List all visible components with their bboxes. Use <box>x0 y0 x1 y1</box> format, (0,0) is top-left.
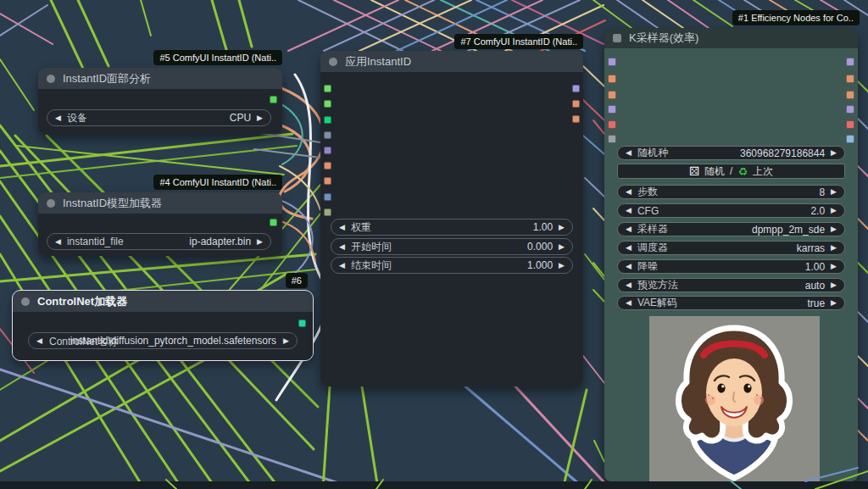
node-apply-instantid[interactable]: #7 ComfyUI InstantID (Nati.. 应用InstantID… <box>320 51 583 386</box>
arrow-right-icon[interactable]: ▶ <box>831 244 837 252</box>
input-port-negative[interactable] <box>608 91 616 99</box>
node-controlnet-loader[interactable]: #6 ControlNet加载器 ◀ ControlNet名称 instanti… <box>13 291 313 360</box>
widget-scheduler[interactable]: ◀ 调度器 karras ▶ <box>617 241 845 255</box>
input-port-4[interactable] <box>324 147 331 154</box>
arrow-right-icon[interactable]: ▶ <box>831 281 837 289</box>
node-header[interactable]: 应用InstantID <box>320 51 583 72</box>
output-port-2[interactable] <box>572 115 580 123</box>
output-port-instantid[interactable] <box>270 219 277 226</box>
collapse-dot-icon[interactable] <box>21 297 30 306</box>
input-port-7[interactable] <box>324 193 331 201</box>
output-port-faceanalysis[interactable] <box>270 96 277 103</box>
arrow-right-icon[interactable]: ▶ <box>559 224 565 231</box>
node-instantid-model-loader[interactable]: #4 ComfyUI InstantID (Nati.. InstnatID模型… <box>38 192 282 256</box>
widget-value: 0.000 <box>527 241 553 253</box>
arrow-left-icon[interactable]: ◀ <box>626 281 632 289</box>
arrow-right-icon[interactable]: ▶ <box>257 238 263 246</box>
input-port-3[interactable] <box>324 131 331 139</box>
arrow-right-icon[interactable]: ▶ <box>559 262 565 270</box>
arrow-left-icon[interactable]: ◀ <box>339 262 345 270</box>
input-port-model[interactable] <box>608 58 616 66</box>
collapse-dot-icon[interactable] <box>329 58 337 66</box>
arrow-left-icon[interactable]: ◀ <box>626 149 632 157</box>
node-title: InstnatID模型加载器 <box>63 196 162 211</box>
output-port-model[interactable] <box>846 58 854 66</box>
widget-denoise[interactable]: ◀ 降噪 1.00 ▶ <box>617 259 845 274</box>
input-port-6[interactable] <box>324 177 331 185</box>
output-port-negative[interactable] <box>846 91 854 99</box>
widget-instantid-file[interactable]: ◀ instantid_file ip-adapter.bin ▶ <box>47 233 271 250</box>
seed-mode-button[interactable]: ⚄ 随机 / ♻ 上次 <box>617 164 845 179</box>
input-port-positive[interactable] <box>608 75 616 83</box>
output-port-0[interactable] <box>572 85 580 92</box>
widget-device[interactable]: ◀ 设备 CPU ▶ <box>47 109 271 126</box>
widget-end-at[interactable]: ◀ 结束时间 1.000 ▶ <box>331 257 573 274</box>
widget-weight[interactable]: ◀ 权重 1.00 ▶ <box>331 219 573 236</box>
arrow-right-icon[interactable]: ▶ <box>831 149 837 157</box>
widget-value: dpmpp_2m_sde <box>752 224 825 236</box>
output-port-latent[interactable] <box>846 105 854 114</box>
arrow-left-icon[interactable]: ◀ <box>626 244 632 252</box>
node-body: ◀ 设备 CPU ▶ <box>38 89 282 134</box>
input-port-2[interactable] <box>324 116 331 124</box>
collapse-dot-icon[interactable] <box>47 199 55 208</box>
widget-vae-decode[interactable]: ◀ VAE解码 true ▶ <box>617 296 845 310</box>
widget-preview-method[interactable]: ◀ 预览方法 auto ▶ <box>617 278 845 292</box>
input-port-8[interactable] <box>324 208 331 216</box>
arrow-left-icon[interactable]: ◀ <box>626 225 632 233</box>
dice-icon[interactable]: ⚄ <box>689 165 699 177</box>
output-port-positive[interactable] <box>846 75 854 83</box>
collapse-dot-icon[interactable] <box>47 75 55 83</box>
widget-controlnet-name[interactable]: ◀ ControlNet名称 instantid\diffusion_pytor… <box>28 332 298 349</box>
input-port-1[interactable] <box>324 100 331 108</box>
widget-seed[interactable]: ◀ 随机种 360968279186844 ▶ <box>617 146 845 160</box>
output-port-image[interactable] <box>846 135 854 143</box>
output-port-controlnet[interactable] <box>298 320 306 327</box>
arrow-left-icon[interactable]: ◀ <box>339 243 345 251</box>
arrow-left-icon[interactable]: ◀ <box>626 188 632 196</box>
node-header[interactable]: K采样器(效率) <box>604 28 858 48</box>
output-port-1[interactable] <box>572 100 580 108</box>
node-instantid-face-analyzer[interactable]: #5 ComfyUI InstantID (Nati.. InstantID面部… <box>38 68 282 134</box>
output-port-vae[interactable] <box>846 120 854 129</box>
arrow-right-icon[interactable]: ▶ <box>257 114 263 122</box>
arrow-right-icon[interactable]: ▶ <box>831 188 837 196</box>
widget-start-at[interactable]: ◀ 开始时间 0.000 ▶ <box>331 238 573 255</box>
widget-value: ip-adapter.bin <box>189 236 251 247</box>
arrow-right-icon[interactable]: ▶ <box>283 337 289 345</box>
node-header[interactable]: ControlNet加载器 <box>13 291 313 312</box>
input-port-latent[interactable] <box>608 105 616 114</box>
node-body: ◀ 权重 1.00 ▶ ◀ 开始时间 0.000 ▶ ◀ 结束时间 1.000 … <box>320 72 583 386</box>
arrow-left-icon[interactable]: ◀ <box>626 207 632 214</box>
arrow-left-icon[interactable]: ◀ <box>339 224 345 231</box>
widget-cfg[interactable]: ◀ CFG 2.0 ▶ <box>617 203 845 218</box>
arrow-left-icon[interactable]: ◀ <box>626 299 632 307</box>
arrow-right-icon[interactable]: ▶ <box>831 299 837 307</box>
widget-steps[interactable]: ◀ 步数 8 ▶ <box>617 185 845 199</box>
arrow-right-icon[interactable]: ▶ <box>559 243 565 251</box>
recycle-icon[interactable]: ♻ <box>737 166 748 177</box>
input-port-script[interactable] <box>608 135 616 143</box>
last-label[interactable]: 上次 <box>753 164 773 179</box>
collapse-square-icon[interactable] <box>613 34 621 42</box>
arrow-right-icon[interactable]: ▶ <box>831 225 837 233</box>
node-ksampler-efficient[interactable]: #1 Efficiency Nodes for Co.. K采样器(效率) ◀ … <box>604 28 858 481</box>
node-canvas[interactable]: #5 ComfyUI InstantID (Nati.. InstantID面部… <box>0 0 868 489</box>
input-port-5[interactable] <box>324 162 331 169</box>
arrow-left-icon[interactable]: ◀ <box>55 114 61 122</box>
node-badge: #4 ComfyUI InstantID (Nati.. <box>153 175 282 190</box>
arrow-right-icon[interactable]: ▶ <box>831 207 837 214</box>
arrow-right-icon[interactable]: ▶ <box>831 263 837 270</box>
node-header[interactable]: InstnatID模型加载器 <box>38 192 282 214</box>
node-body: ◀ ControlNet名称 instantid\diffusion_pytor… <box>13 312 313 360</box>
random-label[interactable]: 随机 <box>704 164 725 179</box>
widget-sampler[interactable]: ◀ 采样器 dpmpp_2m_sde ▶ <box>617 222 845 236</box>
input-port-vae[interactable] <box>608 120 616 129</box>
arrow-left-icon[interactable]: ◀ <box>36 337 42 345</box>
input-port-0[interactable] <box>324 85 331 92</box>
widget-value: 1.00 <box>533 221 553 233</box>
arrow-left-icon[interactable]: ◀ <box>55 238 61 246</box>
node-title: 应用InstantID <box>345 54 411 69</box>
arrow-left-icon[interactable]: ◀ <box>626 263 632 270</box>
node-header[interactable]: InstantID面部分析 <box>38 68 282 89</box>
